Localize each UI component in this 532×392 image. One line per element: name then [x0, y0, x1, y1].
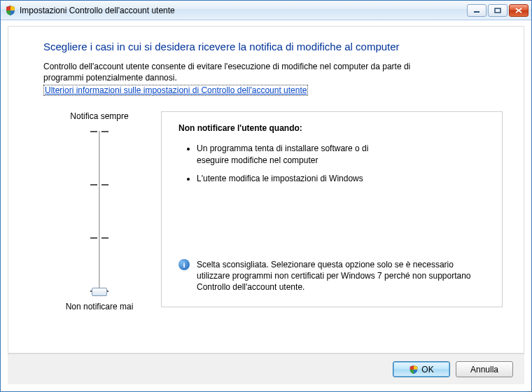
uac-settings-window: Impostazioni Controllo dell'account uten… — [0, 0, 532, 392]
recommendation-row: i Scelta sconsigliata. Selezionare quest… — [178, 259, 485, 293]
slider-top-label: Notifica sempre — [43, 111, 155, 121]
close-button[interactable] — [509, 4, 528, 17]
ok-button-label: OK — [421, 365, 433, 374]
maximize-icon — [494, 8, 501, 13]
cancel-button[interactable]: Annulla — [456, 361, 513, 377]
window-title: Impostazioni Controllo dell'account uten… — [20, 6, 467, 15]
svg-rect-1 — [495, 8, 500, 13]
info-bullet-list: Un programma tenta di installare softwar… — [178, 143, 402, 184]
info-bullet: L'utente modifica le impostazioni di Win… — [197, 173, 402, 184]
inner-panel: Scegliere i casi in cui si desidera rice… — [8, 26, 524, 354]
svg-rect-0 — [474, 11, 479, 13]
window-controls — [467, 4, 528, 17]
info-bullet: Un programma tenta di installare softwar… — [197, 143, 402, 165]
titlebar[interactable]: Impostazioni Controllo dell'account uten… — [1, 1, 531, 20]
page-description: Controllo dell'account utente consente d… — [43, 61, 435, 83]
content-area: Scegliere i casi in cui si desidera rice… — [1, 20, 531, 391]
button-bar: OK Annulla — [8, 354, 524, 384]
slider-thumb[interactable] — [92, 288, 107, 296]
slider-section: Notifica sempre Non notificare mai Non — [43, 111, 503, 312]
ok-button[interactable]: OK — [393, 361, 450, 377]
minimize-button[interactable] — [467, 4, 486, 17]
slider-column: Notifica sempre Non notificare mai — [43, 111, 155, 312]
info-icon: i — [178, 259, 190, 270]
slider-track — [99, 131, 101, 292]
recommendation-text: Scelta sconsigliata. Selezionare questa … — [197, 259, 485, 293]
info-panel-title: Non notificare l'utente quando: — [178, 123, 485, 133]
shield-icon — [5, 5, 16, 16]
page-heading: Scegliere i casi in cui si desidera rice… — [43, 41, 503, 52]
info-panel: Non notificare l'utente quando: Un progr… — [161, 111, 503, 307]
notification-slider[interactable] — [43, 131, 155, 292]
close-icon — [515, 8, 522, 13]
slider-bottom-label: Non notificare mai — [43, 302, 155, 312]
learn-more-link[interactable]: Ulteriori informazioni sulle impostazion… — [43, 85, 308, 96]
minimize-icon — [473, 8, 480, 13]
shield-icon — [409, 365, 419, 374]
cancel-button-label: Annulla — [470, 365, 498, 374]
maximize-button[interactable] — [488, 4, 507, 17]
